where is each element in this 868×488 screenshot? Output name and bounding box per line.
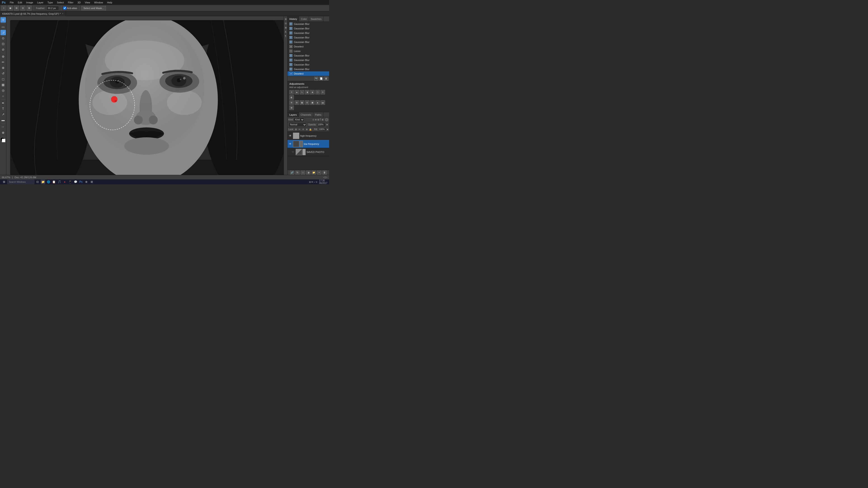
blend-mode-select[interactable]: Normal <box>288 123 307 127</box>
taskbar-app-7[interactable]: 💬 <box>73 180 78 184</box>
layer-vis-0[interactable]: 👁 <box>288 134 292 138</box>
spot-heal-tool[interactable]: ⊛ <box>0 54 6 59</box>
history-item-8[interactable]: ≈ Gaussian Blur <box>287 58 329 62</box>
opacity-input[interactable] <box>317 123 326 127</box>
taskbar-app-9[interactable]: ⊕ <box>84 180 89 184</box>
adj-vibrance[interactable]: ◈ <box>310 90 315 94</box>
lock-transparent-btn[interactable]: ⊞ <box>294 128 298 131</box>
gradient-tool[interactable]: ▦ <box>0 82 6 88</box>
new-selection-btn[interactable]: ▣ <box>8 6 13 11</box>
tab-close-btn[interactable]: × <box>62 12 64 15</box>
panel-icon-3[interactable]: ⊠ <box>284 26 287 29</box>
tab-history[interactable]: History <box>287 16 299 22</box>
layers-filter-icons[interactable]: ⊙ ⊕ ⊞ T ⊠ <box>312 119 323 121</box>
anti-alias-label[interactable]: Anti-alias <box>63 6 77 9</box>
history-item-5[interactable]: ⊘ Deselect <box>287 44 329 49</box>
selection-tool[interactable]: ▭ <box>0 24 6 30</box>
history-brush-tool[interactable]: ↺ <box>0 71 6 76</box>
menu-layer[interactable]: Layer <box>35 1 45 4</box>
windows-start-btn[interactable]: ⊞ <box>2 180 6 184</box>
select-mask-btn[interactable]: Select and Mask... <box>81 6 106 10</box>
history-item-3[interactable]: ≈ Gaussian Blur <box>287 35 329 40</box>
taskbar-app-3[interactable]: 📋 <box>52 180 56 184</box>
layer-vis-1[interactable]: 👁 <box>288 142 292 146</box>
quick-select-tool[interactable]: ⊙ <box>0 35 6 41</box>
layer-item-low-freq[interactable]: 👁 low frequency <box>287 140 329 148</box>
history-item-6[interactable]: ⌖ Lasso <box>287 49 329 53</box>
eraser-tool[interactable]: ◻ <box>0 76 6 82</box>
history-item-2[interactable]: ≈ Gaussian Blur <box>287 31 329 35</box>
adj-bw[interactable]: ◐ <box>289 95 294 100</box>
move-tool[interactable]: ✛ <box>0 17 6 23</box>
intersect-selection-btn[interactable]: ⊠ <box>27 6 32 11</box>
taskbar-app-10[interactable]: ⊞ <box>90 180 94 184</box>
menu-file[interactable]: File <box>8 1 16 4</box>
history-item-4[interactable]: ≈ Gaussian Blur <box>287 40 329 44</box>
layer-link-btn[interactable]: 🔗 <box>290 170 294 175</box>
layer-mask-btn[interactable]: □ <box>301 170 305 175</box>
adj-exposure[interactable]: ◑ <box>305 90 309 94</box>
taskbar-search[interactable]: Search Windows <box>7 180 34 184</box>
history-delete-btn[interactable]: 🗑 <box>324 76 328 80</box>
adj-gradient-map[interactable]: ▬ <box>320 100 325 105</box>
color-swatch-area[interactable] <box>0 137 6 143</box>
eyedropper-tool[interactable]: ⊘ <box>0 47 6 52</box>
taskbar-task-view[interactable]: ⊡ <box>35 180 40 184</box>
lock-artboard-btn[interactable]: ⊕ <box>305 128 308 131</box>
shape-tool[interactable]: ▬ <box>0 117 6 123</box>
lasso-tool-btn[interactable]: ⌖ <box>1 6 6 11</box>
path-select-tool[interactable]: ↗ <box>0 111 6 117</box>
lock-position-btn[interactable]: ✛ <box>302 128 305 131</box>
taskbar-explorer[interactable]: 📁 <box>41 180 45 184</box>
adj-channel-mixer[interactable]: ⊞ <box>294 100 299 105</box>
tab-layers[interactable]: Layers <box>287 112 299 117</box>
adj-brightness[interactable]: ☀ <box>289 90 294 94</box>
history-item-7[interactable]: ≈ Gaussian Blur <box>287 53 329 58</box>
taskbar-app-4[interactable]: 🎵 <box>57 180 61 184</box>
adj-invert[interactable]: ⊟ <box>305 100 309 105</box>
adj-color-balance[interactable]: ⊙ <box>320 90 325 94</box>
history-snapshot-btn[interactable]: 📷 <box>314 76 318 80</box>
adj-hue-sat[interactable]: ⬡ <box>315 90 320 94</box>
canvas-area[interactable]: // Will be rendered via static SVG below <box>6 16 284 175</box>
layer-delete-btn[interactable]: 🗑 <box>322 170 327 175</box>
history-item-11[interactable]: ⊘ Deselect <box>287 71 329 76</box>
adj-threshold[interactable]: ▲ <box>315 100 320 105</box>
taskbar-app-6[interactable]: 📱 <box>68 180 72 184</box>
document-tab[interactable]: K8A0079-1.psd @ 66.7% (low frequency, Gr… <box>0 11 66 16</box>
layers-kind-select[interactable]: Kind <box>293 118 304 122</box>
layers-filter-toggle[interactable] <box>325 118 328 121</box>
history-item-0[interactable]: ≈ Gaussian Blur <box>287 22 329 26</box>
adj-selective-color[interactable]: ⊠ <box>289 105 294 110</box>
adj-color-lookup[interactable]: ▦ <box>300 100 304 105</box>
layer-group-btn[interactable]: 📁 <box>312 170 316 175</box>
stamp-tool[interactable]: ⊕ <box>0 65 6 70</box>
hand-tool[interactable]: ☞ <box>0 124 6 130</box>
layer-item-saved[interactable]: 👁 SAVED PHOTO <box>287 148 329 156</box>
adj-photo-filter[interactable]: ⊕ <box>289 100 294 105</box>
tab-color[interactable]: Color <box>299 16 309 22</box>
opacity-dropdown[interactable]: ▾ <box>327 123 328 126</box>
history-new-doc-btn[interactable]: 📄 <box>319 76 323 80</box>
tab-swatches[interactable]: Swatches <box>309 16 324 22</box>
panel-icon-1[interactable]: ⊞ <box>284 17 287 21</box>
layer-new-btn[interactable]: + <box>317 170 321 175</box>
blur-tool[interactable]: ◎ <box>0 88 6 93</box>
layer-vis-2[interactable]: 👁 <box>291 150 295 154</box>
subtract-selection-btn[interactable]: ⊟ <box>20 6 25 11</box>
layer-style-btn[interactable]: fx <box>296 170 300 175</box>
layer-adj-btn[interactable]: ◑ <box>306 170 310 175</box>
menu-select[interactable]: Select <box>55 1 66 4</box>
taskbar-chrome[interactable]: 🌐 <box>46 180 51 184</box>
adj-levels[interactable]: ▲ <box>294 90 299 94</box>
lasso-tool[interactable]: 𝒬 <box>0 30 6 35</box>
background-color[interactable] <box>2 139 5 142</box>
crop-tool[interactable]: ⊡ <box>0 41 6 46</box>
lock-all-btn[interactable]: 🔒 <box>309 128 312 131</box>
dodge-tool[interactable]: ○ <box>0 93 6 99</box>
menu-filter[interactable]: Filter <box>66 1 75 4</box>
menu-view[interactable]: View <box>83 1 92 4</box>
panel-icon-5[interactable]: ¶ <box>284 34 287 38</box>
menu-type[interactable]: Type <box>46 1 55 4</box>
pen-tool[interactable]: ✒ <box>0 100 6 106</box>
